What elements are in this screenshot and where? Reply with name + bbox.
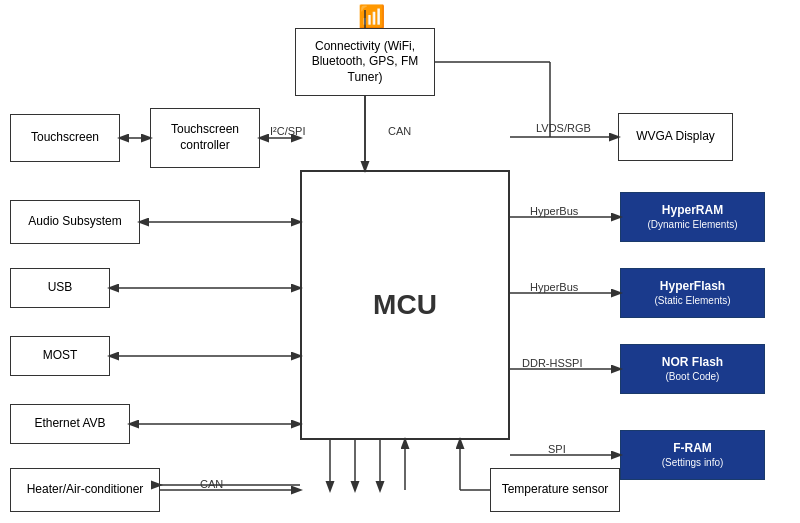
ethernet-avb-label: Ethernet AVB [34,416,105,432]
heater-label: Heater/Air-conditioner [27,482,144,498]
fram-label: F-RAM(Settings info) [662,441,724,470]
hyperflash-label: HyperFlash(Static Elements) [654,279,730,308]
nor-flash-box: NOR Flash(Boot Code) [620,344,765,394]
most-box: MOST [10,336,110,376]
wifi-antenna-icon: 📶 [358,4,385,30]
usb-label: USB [48,280,73,296]
hyperbus2-label: HyperBus [530,281,578,293]
ethernet-avb-box: Ethernet AVB [10,404,130,444]
nor-flash-label: NOR Flash(Boot Code) [662,355,723,384]
temp-sensor-label: Temperature sensor [502,482,609,498]
hyperram-label: HyperRAM(Dynamic Elements) [647,203,737,232]
system-diagram: 📶 Connectivity (WiFi, Bluetooth, GPS, FM… [0,0,800,523]
i2c-spi-label: I²C/SPI [270,125,305,137]
audio-subsystem-box: Audio Subsystem [10,200,140,244]
hyperflash-box: HyperFlash(Static Elements) [620,268,765,318]
temp-sensor-box: Temperature sensor [490,468,620,512]
fram-box: F-RAM(Settings info) [620,430,765,480]
lvds-rgb-label: LVDS/RGB [536,122,591,134]
most-label: MOST [43,348,78,364]
touchscreen-controller-box: Touchscreen controller [150,108,260,168]
audio-subsystem-label: Audio Subsystem [28,214,121,230]
touchscreen-box: Touchscreen [10,114,120,162]
heater-box: Heater/Air-conditioner [10,468,160,512]
spi-label: SPI [548,443,566,455]
hyperbus1-label: HyperBus [530,205,578,217]
touchscreen-controller-label: Touchscreen controller [155,122,255,153]
can-top-label: CAN [388,125,411,137]
ddr-hsspi-label: DDR-HSSPI [522,357,583,369]
hyperram-box: HyperRAM(Dynamic Elements) [620,192,765,242]
mcu-box: MCU [300,170,510,440]
connectivity-label: Connectivity (WiFi, Bluetooth, GPS, FM T… [300,39,430,86]
can-bottom-label: CAN [200,478,223,490]
mcu-label: MCU [373,289,437,321]
wvga-display-label: WVGA Display [636,129,715,145]
usb-box: USB [10,268,110,308]
wvga-display-box: WVGA Display [618,113,733,161]
connectivity-box: Connectivity (WiFi, Bluetooth, GPS, FM T… [295,28,435,96]
touchscreen-label: Touchscreen [31,130,99,146]
